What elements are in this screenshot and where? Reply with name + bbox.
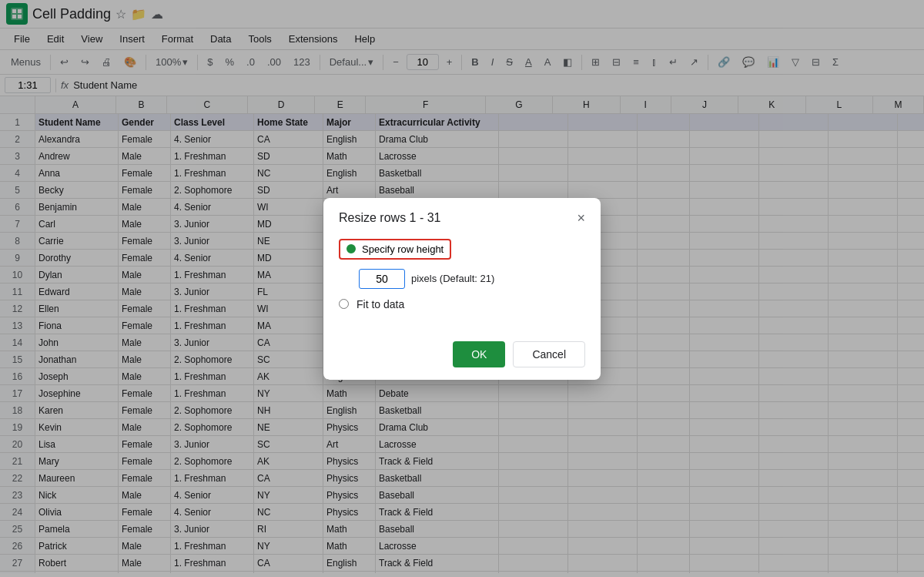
height-input-row: pixels (Default: 21) — [359, 269, 585, 289]
dialog-body: Specify row height pixels (Default: 21) … — [323, 233, 601, 335]
dialog-footer: OK Cancel — [323, 335, 601, 380]
fit-to-data-label: Fit to data — [357, 298, 404, 310]
fit-to-data-radio-row: Fit to data — [339, 298, 585, 310]
radio-selected-indicator — [346, 244, 356, 253]
resize-dialog: Resize rows 1 - 31 × Specify row height … — [323, 198, 601, 380]
dialog-header: Resize rows 1 - 31 × — [323, 198, 601, 233]
dialog-overlay: Resize rows 1 - 31 × Specify row height … — [0, 0, 924, 577]
specify-row-height-option[interactable]: Specify row height — [339, 239, 451, 260]
pixels-label: pixels (Default: 21) — [411, 273, 494, 284]
fit-to-data-radio[interactable] — [339, 299, 349, 309]
specify-row-height-label: Specify row height — [362, 243, 444, 255]
dialog-title: Resize rows 1 - 31 — [339, 211, 441, 225]
dialog-close-button[interactable]: × — [577, 210, 585, 226]
height-value-input[interactable] — [359, 269, 405, 289]
cancel-button[interactable]: Cancel — [513, 341, 585, 367]
ok-button[interactable]: OK — [453, 341, 505, 367]
specify-row-height-radio-row: Specify row height — [339, 239, 585, 260]
